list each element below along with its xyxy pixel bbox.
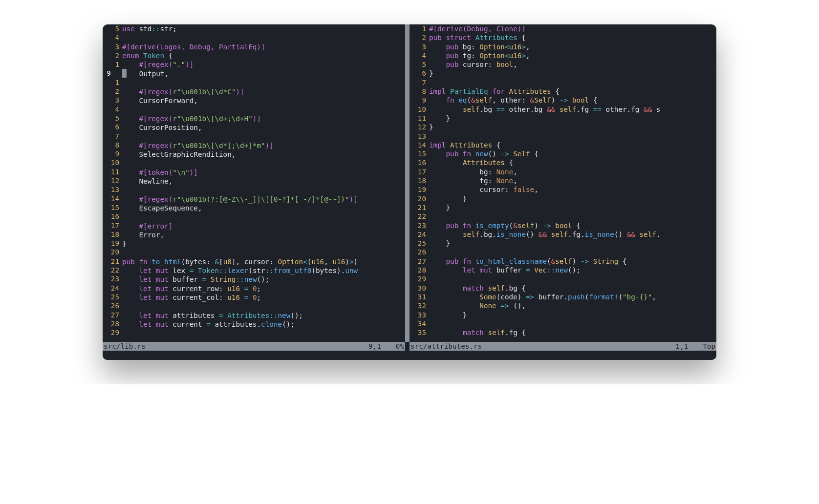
status-left: src/lib.rs 9,1 0%	[103, 342, 405, 351]
cursor	[122, 69, 127, 78]
status-file-left: src/lib.rs	[104, 342, 146, 351]
status-pct-right: Top	[703, 342, 715, 351]
command-line[interactable]	[103, 351, 716, 359]
gutter-right: 1 2 3 4 5 6 7 8 9 10 11 12 13 14 15 16 1…	[410, 24, 429, 342]
editor-pane-left[interactable]: 5 4 3 2 1 9 1 2 3 4 5 6 7 8 9 10 11 12 1…	[103, 24, 405, 342]
status-pct-left: 0%	[396, 342, 404, 351]
status-file-right: src/attributes.rs	[410, 342, 482, 351]
terminal-window: 5 4 3 2 1 9 1 2 3 4 5 6 7 8 9 10 11 12 1…	[103, 24, 716, 360]
editor-pane-right[interactable]: 1 2 3 4 5 6 7 8 9 10 11 12 13 14 15 16 1…	[410, 24, 716, 342]
code-left[interactable]: use std::str; #[derive(Logos, Debug, Par…	[122, 24, 405, 342]
status-right: src/attributes.rs 1,1 Top	[410, 342, 716, 351]
status-pos-left: 9,1	[368, 342, 396, 351]
code-right[interactable]: #[derive(Debug, Clone)] pub struct Attri…	[429, 24, 716, 342]
editor-split: 5 4 3 2 1 9 1 2 3 4 5 6 7 8 9 10 11 12 1…	[103, 24, 716, 342]
status-pos-right: 1,1	[675, 342, 703, 351]
status-bar: src/lib.rs 9,1 0% src/attributes.rs 1,1 …	[103, 342, 716, 351]
vertical-split-bar[interactable]	[405, 24, 410, 342]
gutter-left: 5 4 3 2 1 9 1 2 3 4 5 6 7 8 9 10 11 12 1…	[103, 24, 122, 342]
